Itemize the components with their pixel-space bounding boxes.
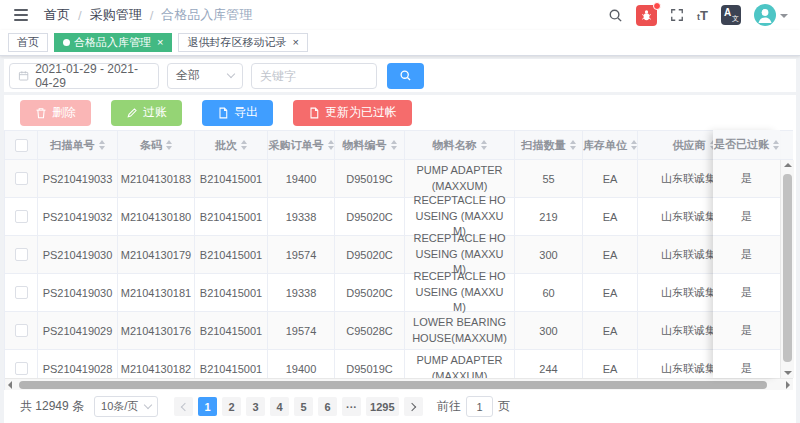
scroll-down-icon[interactable] bbox=[784, 371, 792, 375]
material-name-cell: PUMP ADAPTER (MAXXUM) bbox=[405, 160, 515, 197]
row-checkbox[interactable] bbox=[15, 248, 28, 261]
tab-close-icon[interactable]: × bbox=[292, 37, 298, 48]
scroll-right-icon[interactable] bbox=[786, 381, 790, 389]
delete-button[interactable]: 删除 bbox=[20, 100, 91, 126]
v-scroll-thumb[interactable] bbox=[783, 174, 792, 362]
sort-icon[interactable] bbox=[166, 140, 172, 150]
chevron-left-icon bbox=[180, 402, 188, 410]
select-all-cell[interactable] bbox=[5, 131, 38, 159]
goto-page-input[interactable] bbox=[466, 396, 493, 417]
row-checkbox[interactable] bbox=[15, 286, 28, 299]
page-button-3[interactable]: 3 bbox=[246, 397, 265, 416]
chevron-down-icon bbox=[144, 401, 152, 409]
column-header-barcode[interactable]: 条码 bbox=[118, 131, 195, 159]
tab-close-icon[interactable]: × bbox=[157, 37, 163, 48]
export-label: 导出 bbox=[234, 104, 258, 121]
column-header-qty[interactable]: 扫描数量 bbox=[515, 131, 583, 159]
table-row[interactable]: PS210419030 M2104130181 B210415001 19338… bbox=[5, 274, 793, 312]
date-range-input[interactable]: 2021-01-29 - 2021-04-29 bbox=[9, 63, 159, 89]
barcode-cell: M2104130179 bbox=[118, 236, 195, 273]
fixed-posted-column: 是否已过账 是是是是是是 bbox=[713, 130, 780, 378]
keyword-input[interactable] bbox=[251, 63, 377, 89]
breadcrumb-item-home[interactable]: 首页 bbox=[44, 6, 70, 24]
page-button-5[interactable]: 5 bbox=[294, 397, 313, 416]
search-button[interactable] bbox=[387, 63, 424, 89]
search-icon[interactable] bbox=[608, 8, 623, 23]
row-checkbox[interactable] bbox=[15, 362, 28, 375]
column-header-posted[interactable]: 是否已过账 bbox=[713, 130, 780, 160]
font-size-icon[interactable]: tT bbox=[697, 8, 708, 23]
table-row[interactable]: PS210419032 M2104130180 B210415001 19338… bbox=[5, 198, 793, 236]
column-header-po[interactable]: 采购订单号 bbox=[268, 131, 335, 159]
main-card: 删除 过账 导出 更新为已过帐 扫描单号 条码 批次 采购订单号 bbox=[4, 95, 796, 423]
page-size-select[interactable]: 10条/页 bbox=[94, 396, 158, 417]
table-row[interactable]: PS210419029 M2104130176 B210415001 19574… bbox=[5, 312, 793, 350]
user-menu[interactable] bbox=[754, 4, 788, 26]
next-page-button[interactable] bbox=[404, 397, 423, 416]
qty-cell: 55 bbox=[515, 160, 583, 197]
post-button[interactable]: 过账 bbox=[111, 100, 182, 126]
sort-icon[interactable] bbox=[241, 140, 247, 150]
page-button-4[interactable]: 4 bbox=[270, 397, 289, 416]
row-checkbox[interactable] bbox=[15, 172, 28, 185]
table-row[interactable]: PS210419030 M2104130179 B210415001 19574… bbox=[5, 236, 793, 274]
batch-cell: B210415001 bbox=[195, 160, 268, 197]
h-scroll-thumb[interactable] bbox=[19, 381, 767, 389]
update-posted-button[interactable]: 更新为已过帐 bbox=[293, 100, 412, 126]
po-cell: 19338 bbox=[268, 198, 335, 235]
page-size-value: 10条/页 bbox=[101, 399, 138, 414]
page-button-2[interactable]: 2 bbox=[222, 397, 241, 416]
language-icon[interactable]: A文 bbox=[721, 5, 741, 25]
bug-report-button[interactable] bbox=[636, 5, 657, 26]
column-header-material-name[interactable]: 物料名称 bbox=[405, 131, 515, 159]
more-pages-button[interactable]: ··· bbox=[342, 397, 361, 416]
sort-icon[interactable] bbox=[481, 140, 487, 150]
scroll-left-icon[interactable] bbox=[8, 381, 12, 389]
barcode-cell: M2104130182 bbox=[118, 350, 195, 378]
column-header-scan-no[interactable]: 扫描单号 bbox=[38, 131, 118, 159]
barcode-cell: M2104130183 bbox=[118, 160, 195, 197]
h-scrollbar[interactable] bbox=[5, 378, 793, 390]
scroll-up-icon[interactable] bbox=[784, 163, 792, 167]
select-all-checkbox[interactable] bbox=[15, 139, 28, 152]
bug-icon bbox=[640, 9, 653, 22]
page-button-last[interactable]: 1295 bbox=[366, 397, 398, 416]
tabs-bar: 首页 合格品入库管理 × 退供封存区移动记录 × bbox=[0, 30, 800, 56]
qty-cell: 244 bbox=[515, 350, 583, 378]
tab-home[interactable]: 首页 bbox=[8, 33, 48, 52]
column-label: 库存单位 bbox=[583, 138, 627, 153]
qty-cell: 300 bbox=[515, 312, 583, 349]
sort-icon[interactable] bbox=[391, 140, 397, 150]
v-scrollbar[interactable] bbox=[780, 160, 794, 378]
tab-return-seal-records[interactable]: 退供封存区移动记录 × bbox=[178, 33, 307, 52]
material-name-cell: LOWER BEARING HOUSE(MAXXUM) bbox=[405, 312, 515, 349]
navbar-actions: tT A文 bbox=[608, 4, 788, 26]
batch-cell: B210415001 bbox=[195, 198, 268, 235]
sort-icon[interactable] bbox=[773, 140, 779, 150]
prev-page-button[interactable] bbox=[174, 397, 193, 416]
category-select[interactable]: 全部 bbox=[167, 63, 243, 89]
row-checkbox[interactable] bbox=[15, 210, 28, 223]
fullscreen-icon[interactable] bbox=[670, 8, 684, 22]
row-checkbox[interactable] bbox=[15, 324, 28, 337]
column-header-batch[interactable]: 批次 bbox=[195, 131, 268, 159]
tab-qualified-inbound[interactable]: 合格品入库管理 × bbox=[54, 33, 172, 52]
page-button-1[interactable]: 1 bbox=[198, 397, 217, 416]
batch-cell: B210415001 bbox=[195, 274, 268, 311]
table-row[interactable]: PS210419033 M2104130183 B210415001 19400… bbox=[5, 160, 793, 198]
sort-icon[interactable] bbox=[570, 140, 576, 150]
material-no-cell: D95020C bbox=[335, 274, 405, 311]
sort-icon[interactable] bbox=[99, 140, 105, 150]
export-button[interactable]: 导出 bbox=[202, 100, 273, 126]
barcode-cell: M2104130176 bbox=[118, 312, 195, 349]
sort-icon[interactable] bbox=[328, 140, 334, 150]
filter-bar: 2021-01-29 - 2021-04-29 全部 bbox=[4, 59, 796, 92]
sort-icon[interactable] bbox=[631, 140, 637, 150]
column-header-unit[interactable]: 库存单位 bbox=[583, 131, 638, 159]
table-row[interactable]: PS210419028 M2104130182 B210415001 19400… bbox=[5, 350, 793, 378]
breadcrumb-item-purchase[interactable]: 采购管理 bbox=[90, 6, 142, 24]
hamburger-icon[interactable] bbox=[12, 7, 30, 23]
edit-icon bbox=[126, 107, 138, 119]
column-header-material-no[interactable]: 物料编号 bbox=[335, 131, 405, 159]
page-button-6[interactable]: 6 bbox=[318, 397, 337, 416]
